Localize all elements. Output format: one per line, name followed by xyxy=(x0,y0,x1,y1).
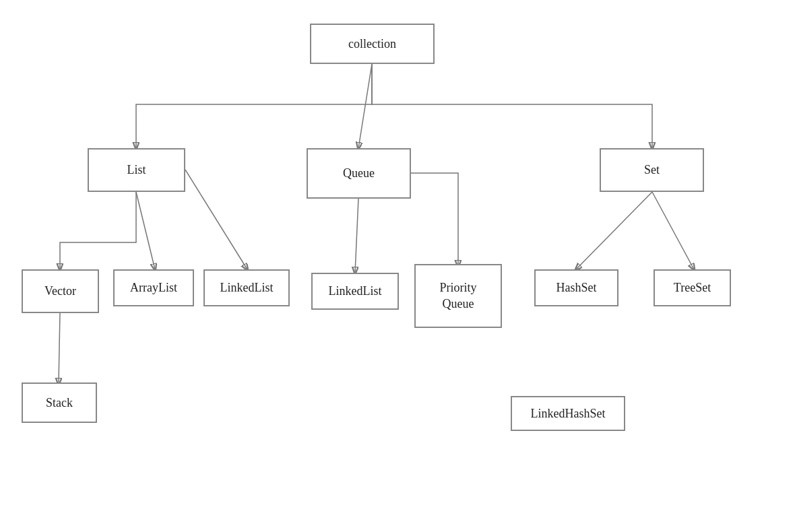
arraylist-node: ArrayList xyxy=(113,269,194,306)
svg-line-1 xyxy=(136,192,155,269)
queue-node: Queue xyxy=(307,148,411,199)
list-node: List xyxy=(88,148,185,192)
connection-lines xyxy=(0,0,795,532)
treeset-node: TreeSet xyxy=(654,269,731,306)
svg-line-4 xyxy=(355,199,358,273)
vector-node: Vector xyxy=(22,269,99,313)
linkedhashset-node: LinkedHashSet xyxy=(511,396,625,431)
hashset-node: HashSet xyxy=(534,269,618,306)
linkedlist-list-node: LinkedList xyxy=(203,269,290,306)
linkedlist-queue-node: LinkedList xyxy=(311,273,399,310)
diagram: collection List Queue Set Vector ArrayLi… xyxy=(0,0,795,532)
svg-line-3 xyxy=(59,313,60,384)
svg-line-6 xyxy=(652,192,694,269)
svg-line-0 xyxy=(358,64,372,148)
stack-node: Stack xyxy=(22,383,97,423)
collection-node: collection xyxy=(310,24,435,64)
svg-line-5 xyxy=(576,192,652,269)
set-node: Set xyxy=(600,148,704,192)
svg-line-2 xyxy=(185,170,247,269)
priorityqueue-node: PriorityQueue xyxy=(414,264,502,328)
